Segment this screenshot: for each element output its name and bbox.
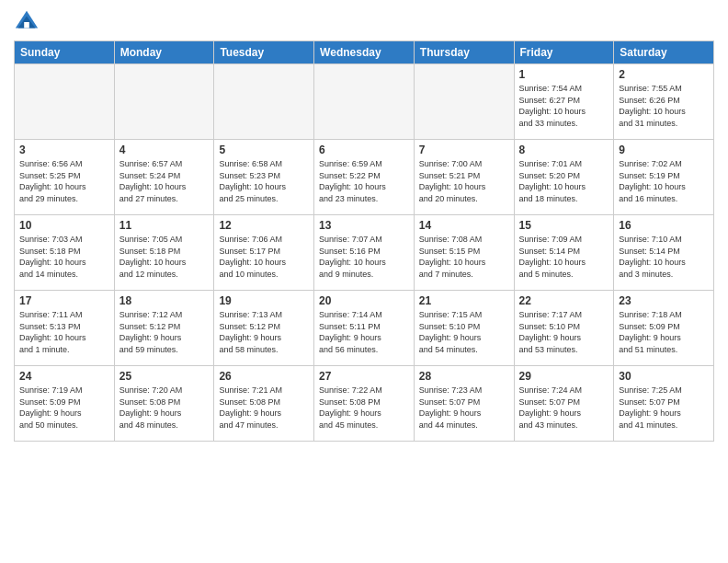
weekday-header-row: SundayMondayTuesdayWednesdayThursdayFrid… [15,41,714,64]
calendar-cell: 28Sunrise: 7:23 AM Sunset: 5:07 PM Dayli… [414,366,514,442]
calendar-cell: 29Sunrise: 7:24 AM Sunset: 5:07 PM Dayli… [514,366,614,442]
day-info: Sunrise: 7:11 AM Sunset: 5:13 PM Dayligh… [19,309,109,355]
calendar-cell: 13Sunrise: 7:07 AM Sunset: 5:16 PM Dayli… [314,215,415,291]
day-number: 16 [619,219,709,232]
day-info: Sunrise: 7:17 AM Sunset: 5:10 PM Dayligh… [519,309,609,355]
week-row-4: 17Sunrise: 7:11 AM Sunset: 5:13 PM Dayli… [15,291,714,366]
weekday-header-wednesday: Wednesday [314,41,415,64]
day-info: Sunrise: 7:12 AM Sunset: 5:12 PM Dayligh… [119,309,210,355]
calendar-cell [114,64,214,140]
page: SundayMondayTuesdayWednesdayThursdayFrid… [0,0,728,451]
calendar-cell: 30Sunrise: 7:25 AM Sunset: 5:07 PM Dayli… [614,366,714,442]
calendar-cell: 15Sunrise: 7:09 AM Sunset: 5:14 PM Dayli… [514,215,614,291]
day-info: Sunrise: 7:19 AM Sunset: 5:09 PM Dayligh… [19,385,109,431]
day-info: Sunrise: 7:25 AM Sunset: 5:07 PM Dayligh… [619,385,709,431]
calendar-cell: 22Sunrise: 7:17 AM Sunset: 5:10 PM Dayli… [514,291,614,366]
day-info: Sunrise: 6:59 AM Sunset: 5:22 PM Dayligh… [319,158,409,204]
day-number: 12 [219,219,309,232]
day-number: 15 [519,219,609,232]
weekday-header-saturday: Saturday [614,41,714,64]
calendar-cell: 21Sunrise: 7:15 AM Sunset: 5:10 PM Dayli… [414,291,514,366]
day-number: 29 [519,370,609,383]
calendar-cell [214,64,314,140]
calendar-cell: 23Sunrise: 7:18 AM Sunset: 5:09 PM Dayli… [614,291,714,366]
day-number: 30 [619,370,709,383]
day-info: Sunrise: 7:05 AM Sunset: 5:18 PM Dayligh… [119,234,210,280]
calendar-cell: 2Sunrise: 7:55 AM Sunset: 6:26 PM Daylig… [614,64,714,140]
weekday-header-thursday: Thursday [414,41,514,64]
calendar-cell: 17Sunrise: 7:11 AM Sunset: 5:13 PM Dayli… [15,291,115,366]
day-info: Sunrise: 7:09 AM Sunset: 5:14 PM Dayligh… [519,234,609,280]
day-info: Sunrise: 7:03 AM Sunset: 5:18 PM Dayligh… [19,234,109,280]
day-info: Sunrise: 7:10 AM Sunset: 5:14 PM Dayligh… [619,234,709,280]
week-row-3: 10Sunrise: 7:03 AM Sunset: 5:18 PM Dayli… [15,215,714,291]
calendar-cell: 1Sunrise: 7:54 AM Sunset: 6:27 PM Daylig… [514,64,614,140]
day-number: 23 [619,294,709,307]
calendar-cell [15,64,115,140]
day-number: 9 [619,144,709,156]
day-number: 20 [319,294,409,307]
weekday-header-monday: Monday [114,41,214,64]
week-row-2: 3Sunrise: 6:56 AM Sunset: 5:25 PM Daylig… [15,140,714,215]
day-number: 17 [19,294,109,307]
calendar-cell: 11Sunrise: 7:05 AM Sunset: 5:18 PM Dayli… [114,215,214,291]
day-info: Sunrise: 7:21 AM Sunset: 5:08 PM Dayligh… [219,385,309,431]
calendar-cell: 12Sunrise: 7:06 AM Sunset: 5:17 PM Dayli… [214,215,314,291]
day-number: 24 [19,370,109,383]
header [14,9,714,35]
day-number: 13 [319,219,409,232]
calendar-cell: 14Sunrise: 7:08 AM Sunset: 5:15 PM Dayli… [414,215,514,291]
logo-icon [14,9,40,35]
week-row-1: 1Sunrise: 7:54 AM Sunset: 6:27 PM Daylig… [15,64,714,140]
calendar-cell: 19Sunrise: 7:13 AM Sunset: 5:12 PM Dayli… [214,291,314,366]
day-info: Sunrise: 6:57 AM Sunset: 5:24 PM Dayligh… [119,158,210,204]
weekday-header-friday: Friday [514,41,614,64]
day-info: Sunrise: 6:56 AM Sunset: 5:25 PM Dayligh… [19,158,109,204]
day-number: 10 [19,219,109,232]
svg-rect-2 [24,22,29,29]
day-info: Sunrise: 7:20 AM Sunset: 5:08 PM Dayligh… [119,385,210,431]
day-info: Sunrise: 7:22 AM Sunset: 5:08 PM Dayligh… [319,385,409,431]
calendar-cell: 3Sunrise: 6:56 AM Sunset: 5:25 PM Daylig… [15,140,115,215]
calendar-cell: 16Sunrise: 7:10 AM Sunset: 5:14 PM Dayli… [614,215,714,291]
day-info: Sunrise: 7:02 AM Sunset: 5:19 PM Dayligh… [619,158,709,204]
calendar-cell: 27Sunrise: 7:22 AM Sunset: 5:08 PM Dayli… [314,366,415,442]
calendar-cell [314,64,415,140]
day-info: Sunrise: 7:55 AM Sunset: 6:26 PM Dayligh… [619,83,709,129]
calendar-cell: 10Sunrise: 7:03 AM Sunset: 5:18 PM Dayli… [15,215,115,291]
calendar-cell: 6Sunrise: 6:59 AM Sunset: 5:22 PM Daylig… [314,140,415,215]
calendar-cell: 26Sunrise: 7:21 AM Sunset: 5:08 PM Dayli… [214,366,314,442]
calendar-cell: 24Sunrise: 7:19 AM Sunset: 5:09 PM Dayli… [15,366,115,442]
day-number: 18 [119,294,210,307]
calendar-cell: 8Sunrise: 7:01 AM Sunset: 5:20 PM Daylig… [514,140,614,215]
day-info: Sunrise: 7:23 AM Sunset: 5:07 PM Dayligh… [419,385,509,431]
logo [14,9,43,35]
day-number: 14 [419,219,509,232]
day-number: 25 [119,370,210,383]
day-number: 4 [119,144,210,156]
calendar-cell: 7Sunrise: 7:00 AM Sunset: 5:21 PM Daylig… [414,140,514,215]
day-info: Sunrise: 7:01 AM Sunset: 5:20 PM Dayligh… [519,158,609,204]
calendar-cell: 5Sunrise: 6:58 AM Sunset: 5:23 PM Daylig… [214,140,314,215]
day-info: Sunrise: 6:58 AM Sunset: 5:23 PM Dayligh… [219,158,309,204]
day-number: 6 [319,144,409,156]
weekday-header-sunday: Sunday [15,41,115,64]
day-info: Sunrise: 7:07 AM Sunset: 5:16 PM Dayligh… [319,234,409,280]
day-number: 5 [219,144,309,156]
day-info: Sunrise: 7:15 AM Sunset: 5:10 PM Dayligh… [419,309,509,355]
calendar-cell: 25Sunrise: 7:20 AM Sunset: 5:08 PM Dayli… [114,366,214,442]
day-info: Sunrise: 7:06 AM Sunset: 5:17 PM Dayligh… [219,234,309,280]
calendar-cell: 20Sunrise: 7:14 AM Sunset: 5:11 PM Dayli… [314,291,415,366]
day-number: 19 [219,294,309,307]
day-number: 8 [519,144,609,156]
calendar-cell [414,64,514,140]
day-number: 21 [419,294,509,307]
day-number: 1 [519,68,609,81]
day-info: Sunrise: 7:13 AM Sunset: 5:12 PM Dayligh… [219,309,309,355]
calendar-cell: 9Sunrise: 7:02 AM Sunset: 5:19 PM Daylig… [614,140,714,215]
calendar-cell: 18Sunrise: 7:12 AM Sunset: 5:12 PM Dayli… [114,291,214,366]
day-info: Sunrise: 7:54 AM Sunset: 6:27 PM Dayligh… [519,83,609,129]
day-info: Sunrise: 7:24 AM Sunset: 5:07 PM Dayligh… [519,385,609,431]
day-number: 27 [319,370,409,383]
calendar-cell: 4Sunrise: 6:57 AM Sunset: 5:24 PM Daylig… [114,140,214,215]
